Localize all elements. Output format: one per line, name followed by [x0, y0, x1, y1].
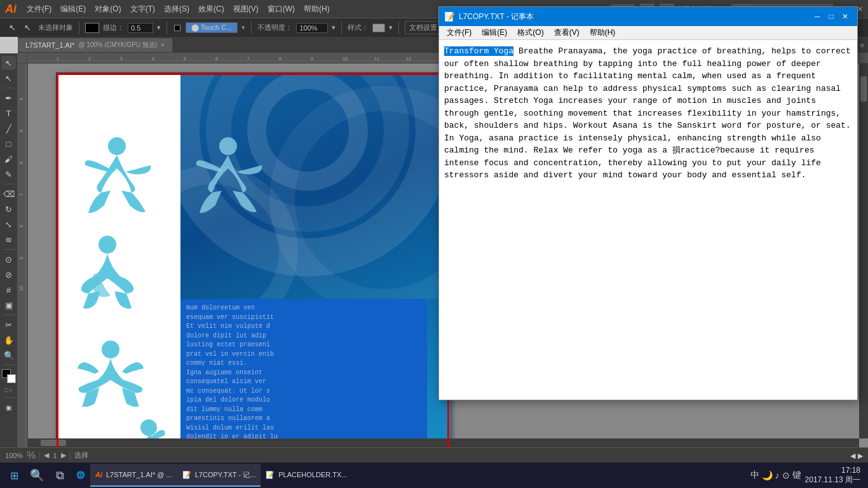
scale-btn[interactable]: ⤡	[2, 217, 16, 231]
svg-text:8: 8	[19, 225, 24, 227]
scrollbar-thumb-h[interactable]	[41, 440, 66, 446]
notepad-text-area[interactable]: Transform Yoga Breathe Pranayama, the yo…	[439, 40, 857, 400]
color-mode-icons: □ ○	[4, 387, 13, 393]
taskbar-notepad1-app[interactable]: 📝 L7COPY.TXT - 记...	[177, 464, 261, 487]
doc-settings-button[interactable]: 文档设置	[405, 21, 442, 34]
taskbar-task-view-icon[interactable]: ⧉	[48, 464, 71, 487]
toolbar-separator-4	[3, 315, 15, 315]
taskbar-ai-icon: Ai	[95, 471, 102, 478]
selection-tool-btn[interactable]: ↖	[2, 56, 16, 70]
windows-taskbar: ⊞ 🔍 ⧉ 🌐 Ai L7START_1.AI* @ ... 📝 L7COPY.…	[0, 463, 868, 488]
gradient-btn[interactable]: ▣	[2, 298, 16, 312]
win-close-icon[interactable]: ✕	[857, 5, 863, 13]
svg-point-25	[140, 419, 157, 436]
vertical-ruler: 4 5 6 7 8 9 10	[18, 64, 28, 447]
scrollbar-thumb-v[interactable]	[860, 76, 867, 102]
rect-tool-btn[interactable]: □	[2, 137, 16, 151]
color-fill-swatch[interactable]	[2, 369, 16, 383]
pen-tool-btn[interactable]: ✒	[2, 91, 16, 105]
direct-select-icon[interactable]: ↖	[20, 21, 34, 35]
taskbar-notepad2-icon: 📝	[266, 471, 275, 479]
menu-help[interactable]: 帮助(H)	[300, 3, 334, 16]
paintbrush-btn[interactable]: 🖌	[2, 152, 16, 166]
np-menu-edit[interactable]: 编辑(E)	[477, 26, 512, 39]
tray-keyboard[interactable]: 键	[792, 470, 801, 481]
vertical-scrollbar[interactable]	[859, 64, 868, 438]
menu-window[interactable]: 窗口(W)	[264, 3, 299, 16]
touch-calligraphic-button[interactable]: ⬤ Touch C...	[186, 22, 238, 33]
taskbar-edge-icon[interactable]: 🌐	[71, 464, 90, 487]
tray-moon[interactable]: 🌙	[762, 470, 773, 480]
horizontal-scrollbar[interactable]	[28, 438, 859, 447]
nav-next-btn[interactable]: ▶	[61, 451, 66, 459]
current-tool-label: 选择	[74, 451, 88, 460]
scroll-left-btn[interactable]: ◀	[850, 452, 855, 460]
change-screen-btn[interactable]: ▣	[2, 400, 16, 414]
menu-effect[interactable]: 效果(C)	[194, 3, 228, 16]
opacity-dropdown[interactable]: ▾	[332, 24, 336, 32]
style-preview	[372, 24, 385, 32]
yoga-pose-1	[82, 137, 158, 226]
scissors-btn[interactable]: ✂	[2, 318, 16, 332]
touch-dropdown-icon[interactable]: ▾	[241, 24, 245, 32]
taskbar-ai-app[interactable]: Ai L7START_1.AI* @ ...	[90, 464, 177, 487]
taskbar-notepad2-app[interactable]: 📝 PLACEHOLDER.TX...	[261, 464, 352, 487]
tray-sound[interactable]: ♪	[775, 470, 780, 480]
direct-select-btn[interactable]: ↖	[2, 71, 16, 85]
system-clock[interactable]: 17:18 2017.11.13 周一	[805, 466, 860, 485]
toolbar-separator-1	[3, 88, 15, 88]
menu-text[interactable]: 文字(T)	[126, 3, 159, 16]
rotate-btn[interactable]: ↻	[2, 202, 16, 216]
pencil-btn[interactable]: ✎	[2, 167, 16, 181]
line-tool-btn[interactable]: ╱	[2, 121, 16, 135]
menu-view[interactable]: 视图(V)	[229, 3, 262, 16]
menu-object[interactable]: 对象(O)	[91, 3, 125, 16]
selection-tool-icon[interactable]: ↖	[5, 21, 19, 35]
type-tool-btn[interactable]: T	[2, 106, 16, 120]
style-label: 样式：	[348, 23, 369, 32]
nav-prev-btn[interactable]: ◀	[44, 451, 49, 459]
np-menu-help[interactable]: 帮助(H)	[585, 26, 621, 39]
menu-file[interactable]: 文件(F)	[23, 3, 55, 16]
windows-start-btn[interactable]: ⊞	[3, 464, 25, 487]
taskbar-search-icon[interactable]: 🔍	[25, 464, 48, 487]
status-bar: 100% % ◀ 1 ▶ 选择 ◀ ▶	[0, 447, 868, 463]
stroke-value-input[interactable]	[128, 23, 153, 33]
notepad-window: 📝 L7COPY.TXT - 记事本 ─ □ ✕ 文件(F) 编辑(E) 格式(…	[438, 6, 858, 400]
eraser-btn[interactable]: ⌫	[2, 187, 16, 201]
zoom-level[interactable]: 100%	[5, 452, 23, 459]
notepad-restore-btn[interactable]: □	[824, 10, 838, 24]
document-tab[interactable]: L7START_1.AI* @ 100% (CMYK/GPU 预选) ×	[18, 38, 173, 52]
svg-text:11: 11	[374, 57, 379, 61]
np-menu-file[interactable]: 文件(F)	[442, 26, 477, 39]
svg-text:5: 5	[19, 130, 24, 132]
opacity-input[interactable]	[296, 23, 328, 33]
yoga-pose-2	[76, 235, 158, 311]
stroke-unit-dropdown[interactable]: ▾	[157, 24, 161, 32]
style-dropdown-icon[interactable]: ▾	[389, 24, 393, 32]
hand-btn[interactable]: ✋	[2, 333, 16, 347]
notepad-close-btn[interactable]: ✕	[838, 10, 852, 24]
highlighted-text: Transform Yoga	[444, 46, 513, 56]
toolbar-separator-2	[3, 184, 15, 184]
warp-btn[interactable]: ≋	[2, 233, 16, 247]
menu-edit[interactable]: 编辑(E)	[57, 3, 90, 16]
menu-select[interactable]: 选择(S)	[160, 3, 193, 16]
toolbar-separator-3	[3, 249, 15, 250]
zoom-btn[interactable]: 🔍	[2, 348, 16, 362]
svg-text:7: 7	[247, 57, 250, 61]
left-toolbar: ↖ ↖ ✒ T ╱ □ 🖌 ✎ ⌫ ↻ ⤡ ≋ ⊙ ⊘ # ▣ ✂ ✋ 🔍 □ …	[0, 53, 18, 447]
tray-network[interactable]: ⊙	[782, 470, 790, 480]
scroll-right-btn[interactable]: ▶	[858, 452, 863, 460]
tray-ime[interactable]: 中	[750, 470, 759, 481]
eyedropper-btn[interactable]: ⊘	[2, 268, 16, 281]
mesh-btn[interactable]: #	[2, 283, 16, 297]
fill-color-swatch[interactable]	[85, 23, 99, 33]
doc-tab-close[interactable]: ×	[161, 41, 165, 48]
panel-options-icon[interactable]: ≡	[860, 41, 864, 49]
np-menu-format[interactable]: 格式(O)	[512, 26, 548, 39]
text-overlay-box: Num doloreetum ven esequam ver suscipist…	[180, 299, 427, 447]
blend-btn[interactable]: ⊙	[2, 252, 16, 266]
np-menu-view[interactable]: 查看(V)	[549, 26, 585, 39]
notepad-minimize-btn[interactable]: ─	[810, 10, 824, 24]
